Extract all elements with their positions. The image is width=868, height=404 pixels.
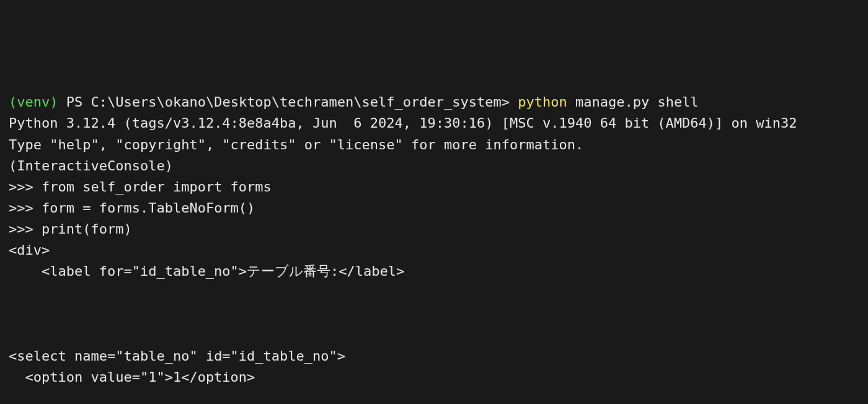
blank-line — [9, 388, 859, 404]
blank-line — [9, 282, 859, 303]
command-python: python — [518, 94, 567, 110]
repl-code: print(form) — [42, 221, 132, 237]
repl-code: form = forms.TableNoForm() — [42, 200, 255, 216]
blank-line — [9, 303, 859, 324]
repl-prompt: >>> — [9, 179, 42, 195]
repl-code: from self_order import forms — [42, 179, 272, 195]
shell-prompt-line: (venv) PS C:\Users\okano\Desktop\techram… — [9, 92, 859, 113]
command-args: manage.py shell — [567, 94, 699, 110]
repl-line-1: >>> from self_order import forms — [9, 177, 859, 198]
output-option-1-text: <option value="1">1</option> — [25, 369, 255, 385]
repl-line-3: >>> print(form) — [9, 219, 859, 240]
python-help-line: Type "help", "copyright", "credits" or "… — [9, 134, 859, 156]
output-label-text: <label for="id_table_no">テーブル番号:</label> — [42, 263, 404, 279]
blank-line — [9, 324, 859, 345]
repl-prompt: >>> — [9, 221, 42, 237]
repl-line-2: >>> form = forms.TableNoForm() — [9, 198, 859, 219]
output-select-open: <select name="table_no" id="id_table_no"… — [9, 346, 859, 367]
output-div-open: <div> — [9, 240, 859, 261]
output-label: <label for="id_table_no">テーブル番号:</label> — [9, 261, 859, 282]
cwd-path: C:\Users\okano\Desktop\techramen\self_or… — [91, 94, 501, 110]
interactive-console-line: (InteractiveConsole) — [9, 156, 859, 177]
venv-indicator: (venv) — [9, 94, 58, 110]
terminal-output[interactable]: (venv) PS C:\Users\okano\Desktop\techram… — [9, 92, 859, 404]
shell-name: PS — [58, 94, 91, 110]
output-option-1: <option value="1">1</option> — [9, 367, 859, 388]
prompt-chevron: > — [502, 94, 518, 110]
python-version-line: Python 3.12.4 (tags/v3.12.4:8e8a4ba, Jun… — [9, 113, 859, 134]
repl-prompt: >>> — [9, 200, 42, 216]
